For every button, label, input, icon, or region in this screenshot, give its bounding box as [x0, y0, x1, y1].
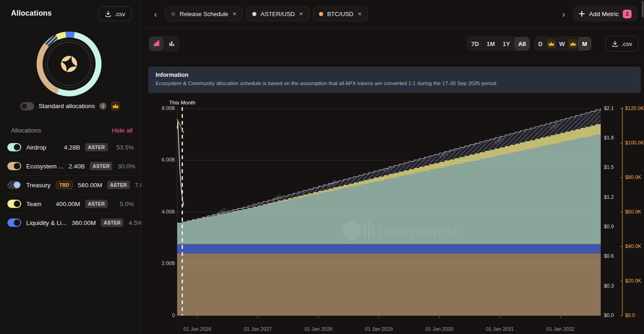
sidebar-csv-label: .csv: [115, 11, 125, 17]
price-axis-tick: $1.2: [604, 194, 614, 200]
donut-segment-liquidity[interactable]: [66, 35, 74, 35]
scroll-left-chevron-icon[interactable]: [152, 9, 159, 19]
donut-segment-team[interactable]: [57, 35, 66, 37]
allocation-percent: 53.5%: [113, 144, 134, 151]
x-axis-tick: 01 Jan 2031: [486, 326, 514, 332]
allocation-toggle-ecosystem[interactable]: [7, 162, 21, 170]
metric-dot-icon: [171, 12, 175, 16]
main-panel: Release ScheduleASTER/USDBTC/USD Add Met…: [141, 0, 644, 334]
chart-controls-row: 7D1M1YAll DWM .csv: [141, 29, 644, 60]
price-axis-tick: $2.1: [604, 105, 614, 111]
left-axis-tick: 8.00B: [162, 105, 175, 111]
tbd-badge: TBD: [56, 181, 73, 189]
sidebar-csv-download-button[interactable]: .csv: [99, 6, 132, 21]
allocations-list: Airdrop4.28BASTER53.5%Ecosystem ...2.40B…: [6, 138, 136, 232]
metric-chip-release-schedule[interactable]: Release Schedule: [165, 6, 243, 21]
metrics-topbar: Release ScheduleASTER/USDBTC/USD Add Met…: [141, 0, 644, 28]
allocations-donut-chart: [35, 29, 104, 98]
chart-csv-download-button[interactable]: .csv: [605, 36, 638, 52]
sidebar-title: Allocations: [11, 9, 52, 17]
close-icon[interactable]: [232, 11, 237, 17]
x-axis-tick: 01 Jan 2028: [304, 326, 332, 332]
premium-crown-icon: [111, 102, 120, 110]
area-chart-icon: [153, 40, 160, 47]
granularity-selector: DWM: [534, 36, 592, 51]
token-badge: ASTER: [85, 200, 108, 208]
range-button-1y[interactable]: 1Y: [499, 37, 514, 50]
allocation-toggle-liquidity-li[interactable]: [7, 219, 21, 227]
price-axis-tick: $1.8: [604, 135, 614, 140]
btc-axis-tick: $40.0K: [625, 243, 642, 249]
allocation-name: Team: [26, 201, 41, 207]
standard-allocations-row: Standard allocations i: [20, 102, 120, 110]
info-icon[interactable]: i: [99, 103, 106, 109]
granularity-button-w[interactable]: W: [557, 37, 568, 50]
close-icon[interactable]: [358, 11, 362, 17]
allocation-row-liquidity-li: Liquidity & Li...360.00MASTER4.5%: [6, 213, 136, 232]
standard-allocations-toggle[interactable]: [20, 102, 34, 110]
allocation-amount: 400.00M: [56, 201, 80, 207]
allocations-sidebar: Allocations .csv Standard allocations i: [0, 0, 141, 334]
x-axis-tick: 01 Jan 2029: [365, 326, 393, 332]
chart-type-switcher: [148, 36, 180, 52]
x-axis-tick: 01 Jan 2026: [184, 326, 212, 332]
granularity-button-m[interactable]: M: [578, 37, 591, 50]
bar-chart-icon: [168, 40, 175, 47]
allocation-toggle-airdrop[interactable]: [7, 143, 21, 151]
metric-dot-icon: [319, 12, 323, 16]
area-chart-type-button[interactable]: [149, 37, 163, 51]
granularity-button-d[interactable]: D: [535, 37, 546, 50]
download-icon: [105, 11, 111, 17]
donut-segment-treasury[interactable]: [46, 37, 57, 45]
close-icon[interactable]: [299, 11, 303, 17]
allocation-amount: 2.40B: [69, 163, 85, 170]
btc-axis-tick: $60.0K: [625, 209, 642, 214]
aster-token-logo: [58, 53, 80, 75]
allocations-list-header: Allocations Hide all: [11, 127, 133, 134]
area-series-liquidity-liquid-staking[interactable]: [177, 244, 601, 253]
allocation-toggle-team[interactable]: [7, 200, 21, 208]
allocation-name: Liquidity & Li...: [26, 219, 67, 226]
price-axis-tick: $0.3: [604, 283, 614, 288]
btc-axis-tick: $80.0K: [625, 174, 642, 180]
premium-crown-icon[interactable]: [547, 40, 556, 48]
this-month-label: This Month: [169, 100, 196, 105]
allocation-percent: 30.0%: [117, 163, 135, 170]
area-series-ecosystem-community[interactable]: [177, 253, 601, 316]
btc-axis-tick: $20.0K: [625, 278, 642, 283]
allocation-name: Airdrop: [26, 144, 46, 151]
page-scrollbar-thumb[interactable]: [642, 1, 644, 17]
price-axis-tick: $0.6: [604, 253, 614, 259]
token-badge: ASTER: [90, 162, 112, 170]
metric-dot-icon: [252, 12, 256, 16]
chart-csv-label: .csv: [621, 40, 632, 47]
allocation-amount: 360.00M: [72, 219, 96, 226]
hide-all-button[interactable]: Hide all: [112, 127, 133, 134]
metric-chip-label: BTC/USD: [327, 11, 354, 17]
metric-chip-label: ASTER/USD: [261, 11, 295, 17]
premium-crown-icon[interactable]: [569, 40, 577, 48]
information-banner-body: Ecosystem & Community allocation schedul…: [156, 81, 633, 86]
metric-chip-btc-usd[interactable]: BTC/USD: [313, 6, 368, 21]
allocation-toggle-treasury[interactable]: [7, 181, 21, 189]
range-button-7d[interactable]: 7D: [468, 37, 482, 50]
plus-icon: [579, 11, 585, 17]
token-badge: ASTER: [107, 181, 130, 189]
range-button-all[interactable]: All: [515, 37, 529, 50]
range-button-1m[interactable]: 1M: [483, 37, 498, 50]
allocation-percent: 5.0%: [113, 201, 134, 207]
time-range-selector: 7D1M1YAll: [467, 36, 530, 51]
metric-chips: Release ScheduleASTER/USDBTC/USD: [165, 6, 368, 21]
allocation-row-airdrop: Airdrop4.28BASTER53.5%: [6, 138, 136, 157]
information-banner: Information Ecosystem & Community alloca…: [148, 67, 641, 93]
release-schedule-chart[interactable]: TBDTBDTBDTBDTBDTBDTBD tokenomist 8.00B6.…: [141, 93, 644, 334]
metric-chip-aster-usd[interactable]: ASTER/USD: [246, 6, 309, 21]
scroll-right-chevron-icon[interactable]: [560, 9, 567, 19]
allocation-row-team: Team400.00MASTER5.0%: [6, 195, 136, 213]
bar-chart-type-button[interactable]: [164, 37, 179, 51]
allocations-list-title: Allocations: [11, 127, 41, 134]
add-metric-button[interactable]: Add Metric 2: [573, 6, 638, 22]
price-axis-tick: $0.0: [604, 312, 614, 318]
tokenomist-dashboard: { "sidebar": { "title": "Allocations", "…: [0, 0, 644, 334]
btc-axis-tick: $120.0K: [625, 105, 644, 111]
